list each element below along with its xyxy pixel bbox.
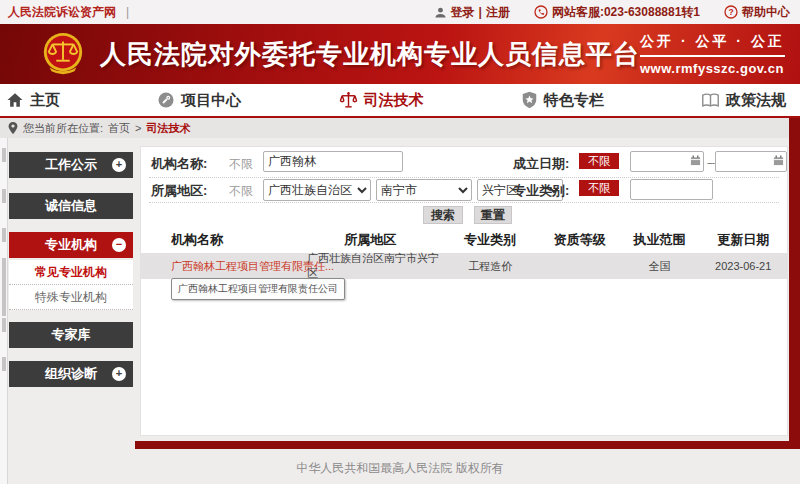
org-name-input[interactable]	[263, 151, 403, 172]
gutter-tick	[2, 318, 6, 332]
region-label: 所属地区:	[151, 182, 207, 200]
gutter-tick	[2, 189, 6, 203]
region-any-option[interactable]: 不限	[229, 183, 253, 200]
calendar-icon[interactable]	[690, 155, 701, 166]
table-row[interactable]: 广西翰林工程项目管理有限责任... 广西壮族自治区南宁市兴宁区 工程造价 全国 …	[141, 253, 787, 279]
org-name-tooltip: 广西翰林工程项目管理有限责任公司	[171, 278, 345, 300]
right-red-strip	[789, 118, 800, 449]
help-icon: ?	[724, 5, 738, 19]
court-emblem-logo	[40, 31, 86, 77]
cell-scope: 全国	[620, 259, 700, 274]
home-icon	[6, 91, 24, 109]
divider	[149, 177, 779, 178]
sidebar-item-common-orgs[interactable]: 常见专业机构	[9, 260, 133, 285]
sidebar-gutter	[0, 138, 8, 484]
bottom-red-strip	[135, 441, 800, 449]
nav-item-policy[interactable]: 政策法规	[701, 91, 786, 110]
banner-url: www.rmfysszc.gov.cn	[640, 57, 785, 76]
date-from-field	[630, 151, 704, 172]
user-icon	[434, 6, 447, 19]
banner-slogan: 公开 · 公平 · 公正	[640, 33, 785, 57]
province-select[interactable]: 广西壮族自治区	[263, 179, 371, 201]
site-name-link[interactable]: 人民法院诉讼资产网	[8, 4, 116, 21]
page: 人民法院诉讼资产网 | 登录 | 注册 网站客服:023-63088881转1 …	[0, 0, 800, 484]
cell-category: 工程造价	[440, 259, 540, 274]
content-area: 工作公示 + 诚信信息 专业机构 − 常见专业机构 特殊专业机构 专家库 组织诊…	[0, 138, 800, 484]
col-header-scope: 执业范围	[620, 231, 700, 249]
divider	[149, 202, 779, 203]
collapse-icon[interactable]: −	[112, 238, 126, 252]
search-result-panel: 机构名称: 不限 成立日期: 不限 --- 所属地区: 不限 广西壮族自治区 南…	[140, 146, 788, 436]
login-link[interactable]: 登录	[451, 4, 475, 21]
sidebar-item-org-diagnosis[interactable]: 组织诊断 +	[9, 361, 133, 387]
register-link[interactable]: 注册	[486, 4, 510, 21]
breadcrumb: 您当前所在位置: 首页 > 司法技术	[0, 118, 800, 138]
cell-date: 2023-06-21	[699, 260, 787, 272]
category-any-button[interactable]: 不限	[579, 180, 619, 196]
calendar-icon[interactable]	[773, 155, 784, 166]
login-register-divider: |	[479, 5, 482, 19]
svg-text:?: ?	[728, 7, 733, 17]
nav-item-project-center[interactable]: 项目中心	[157, 91, 241, 110]
col-header-date: 更新日期	[699, 231, 787, 249]
table-header-row: 机构名称 所属地区 专业类别 资质等级 执业范围 更新日期	[141, 227, 787, 253]
badge-icon	[521, 91, 538, 109]
col-header-org-name: 机构名称	[141, 231, 301, 249]
founding-date-label: 成立日期:	[513, 155, 569, 173]
expand-icon[interactable]: +	[112, 367, 126, 381]
date-range-separator: ---	[707, 157, 714, 168]
search-button[interactable]: 搜索	[423, 206, 463, 224]
gutter-tick	[2, 228, 6, 242]
sidebar-item-work-publicity[interactable]: 工作公示 +	[9, 152, 133, 178]
site-banner: 人民法院对外委托专业机构专业人员信息平台 公开 · 公平 · 公正 www.rm…	[0, 24, 800, 84]
sidebar-item-expert-library[interactable]: 专家库	[9, 322, 133, 348]
col-header-region: 所属地区	[301, 231, 441, 249]
col-header-grade: 资质等级	[540, 231, 620, 249]
scales-icon	[339, 91, 358, 110]
org-name-any-option[interactable]: 不限	[229, 156, 253, 173]
gutter-tick	[2, 148, 6, 162]
expand-icon[interactable]: +	[112, 158, 126, 172]
breadcrumb-separator: >	[135, 122, 141, 134]
cell-region: 广西壮族自治区南宁市兴宁区	[301, 251, 440, 281]
founding-date-any-button[interactable]: 不限	[579, 153, 619, 169]
breadcrumb-prefix: 您当前所在位置:	[23, 121, 103, 136]
phone-icon	[534, 5, 548, 19]
nav-item-special-column[interactable]: 特色专栏	[521, 91, 604, 110]
copyright-footer: 中华人民共和国最高人民法院 版权所有	[0, 460, 800, 477]
sidebar-item-special-orgs[interactable]: 特殊专业机构	[9, 285, 133, 310]
reset-button[interactable]: 重置	[474, 206, 512, 224]
breadcrumb-home[interactable]: 首页	[108, 121, 130, 136]
help-center-link[interactable]: 帮助中心	[742, 4, 790, 21]
gutter-tick	[2, 258, 6, 316]
primary-nav: 主页 项目中心 司法技术 特色专栏 政策法规	[0, 84, 800, 118]
platform-title: 人民法院对外委托专业机构专业人员信息平台	[100, 37, 640, 72]
category-label: 专业类别:	[513, 182, 569, 200]
breadcrumb-current: 司法技术	[147, 121, 191, 136]
nav-item-home[interactable]: 主页	[6, 91, 60, 110]
org-name-label: 机构名称:	[151, 155, 207, 173]
book-icon	[701, 92, 720, 109]
gutter-tick	[2, 357, 6, 371]
service-hotline[interactable]: 网站客服:023-63088881转1	[552, 4, 700, 21]
sidebar-item-credit-info[interactable]: 诚信信息	[9, 193, 133, 219]
topbar-divider: |	[126, 5, 129, 19]
top-utility-bar: 人民法院诉讼资产网 | 登录 | 注册 网站客服:023-63088881转1 …	[0, 0, 800, 24]
category-input[interactable]	[630, 179, 713, 200]
sidebar-item-professional-orgs[interactable]: 专业机构 −	[9, 232, 133, 258]
nav-item-judicial-tech[interactable]: 司法技术	[339, 91, 424, 110]
location-pin-icon	[8, 122, 18, 134]
city-select[interactable]: 南宁市	[376, 179, 472, 201]
date-to-field	[715, 151, 787, 172]
col-header-category: 专业类别	[440, 231, 540, 249]
project-icon	[157, 91, 175, 109]
